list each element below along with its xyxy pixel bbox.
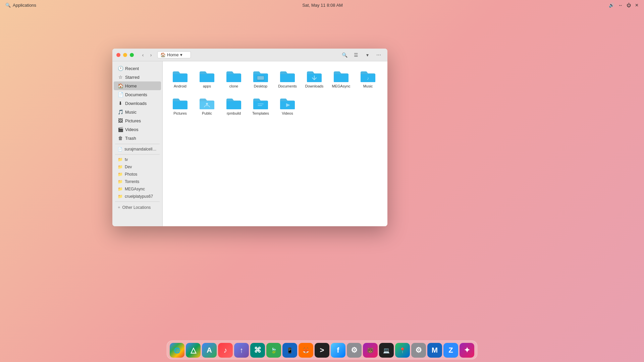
sidebar-item-documents[interactable]: 📄 Documents [114,90,161,99]
sidebar-trash-label: Trash [125,136,157,141]
sidebar-item-videos[interactable]: 🎬 Videos [114,125,161,134]
sidebar-bookmark-cruelplatypus[interactable]: 📁 cruelplatypus67 [114,193,161,200]
dock-icon-app1[interactable]: ⌘ [250,343,265,358]
view-list-button[interactable]: ☰ [351,51,361,59]
power-icon[interactable]: ⏻ [627,3,631,8]
folder-icon-downloads [306,69,322,83]
dock-icon-app3[interactable]: 📱 [282,343,297,358]
minimize-window-button[interactable] [123,53,127,57]
network-icon[interactable]: ↔ [618,3,623,8]
folder-icon-documents [279,69,296,83]
pictures-icon: 🖼 [118,118,123,123]
sidebar-item-downloads[interactable]: ⬇ Downloads [114,99,161,108]
videos-icon: 🎬 [118,127,123,132]
sidebar-documents-label: Documents [125,92,157,97]
sidebar-item-recent[interactable]: 🕐 Recent [114,64,161,73]
search-button[interactable]: 🔍 [340,51,349,59]
sidebar-divider-2 [115,154,160,155]
dock-icon-mail[interactable]: M [427,343,442,358]
sidebar-starred-label: Starred [125,75,157,80]
file-item-apps[interactable]: apps [195,67,219,91]
file-item-clone[interactable]: clone [222,67,246,91]
svg-rect-1 [257,76,264,80]
sidebar-item-trash[interactable]: 🗑 Trash [114,134,161,142]
dock-icon-app7[interactable]: ✦ [460,343,474,358]
file-item-templates[interactable]: Templates [249,94,273,118]
sidebar-bookmark-megasync[interactable]: 📁 MEGAsync [114,185,161,193]
file-pictures-name: Pictures [173,111,187,116]
file-item-music[interactable]: ♪ Music [356,67,380,91]
close-window-button[interactable] [116,53,120,57]
breadcrumb-label: Home [167,52,179,57]
file-templates-name: Templates [252,111,269,116]
sidebar-tv-label: tv [125,157,128,162]
sidebar: 🕐 Recent ☆ Starred 🏠 Home 📄 Documents ⬇ … [112,61,163,226]
chevron-down-icon[interactable]: ▾ [180,52,182,57]
sidebar-bookmark-email[interactable]: 📄 surajmandalcell@gm... [114,145,161,153]
dock-icon-prefs[interactable]: ⚙ [411,343,426,358]
dock-icon-arrow[interactable]: ↑ [234,343,249,358]
volume-icon[interactable]: 🔊 [609,3,614,8]
app-menu-label[interactable]: Applications [13,3,36,8]
file-item-desktop[interactable]: Desktop [249,67,273,91]
dock-icon-chrome[interactable]: 🌐 [170,343,184,358]
sidebar-photos-label: Photos [125,172,137,177]
sidebar-bookmark-tv[interactable]: 📁 tv [114,156,161,163]
file-item-rpmbuild[interactable]: rpmbuild [222,94,246,118]
sidebar-item-music[interactable]: 🎵 Music [114,108,161,116]
sidebar-item-pictures[interactable]: 🖼 Pictures [114,116,161,125]
file-android-name: Android [174,84,186,88]
file-item-videos[interactable]: Videos [275,94,300,118]
sidebar-item-home[interactable]: 🏠 Home [114,81,161,90]
dock-icon-finder[interactable]: f [331,343,345,358]
maximize-window-button[interactable] [130,53,134,57]
file-item-documents[interactable]: Documents [275,67,300,91]
breadcrumb[interactable]: 🏠 Home ▾ [157,51,191,58]
back-button[interactable]: ‹ [139,51,147,59]
sidebar-megasync-label: MEGAsync [125,187,145,191]
dock-icon-zoom[interactable]: Z [443,343,458,358]
file-icon: 📄 [118,147,122,152]
sidebar-dev-label: Dev [125,165,132,169]
sidebar-bookmark-photos[interactable]: 📁 Photos [114,171,161,178]
file-item-android[interactable]: Android [168,67,192,91]
dock-icon-music[interactable]: ♪ [218,343,233,358]
file-desktop-name: Desktop [254,84,267,88]
view-options-button[interactable]: ▾ [363,51,372,59]
dock-icon-app2[interactable]: 🍃 [266,343,281,358]
close-icon[interactable]: ✕ [635,3,639,8]
folder-icon-desktop [253,69,269,83]
dock: 🌐△A♪↑⌘🍃📱🦊>f⚙🐻💻📍⚙MZ✦ [167,341,477,359]
dock-icon-store[interactable]: A [202,343,217,358]
file-item-downloads[interactable]: Downloads [302,67,326,91]
dock-icon-terminal[interactable]: > [315,343,329,358]
file-megasync-name: MEGAsync [332,84,350,88]
app-menu[interactable]: 🔍 Applications [5,3,36,8]
dock-icon-drive[interactable]: △ [186,343,201,358]
more-options-button[interactable]: ⋯ [374,51,383,59]
search-icon: 🔍 [5,3,11,8]
sidebar-item-other-locations[interactable]: + Other Locations [114,203,161,212]
forward-button[interactable]: › [147,51,155,59]
dock-icon-app6[interactable]: 💻 [379,343,394,358]
file-item-megasync[interactable]: MEGAsync [329,67,353,91]
toolbar-right: 🔍 ☰ ▾ ⋯ [340,51,383,59]
folder-icon-cruelplatypus: 📁 [118,194,123,199]
dock-icon-settings[interactable]: ⚙ [347,343,362,358]
system-tray: 🔊 ↔ ⏻ ✕ [609,3,639,8]
sidebar-other-locations-label: Other Locations [122,205,151,210]
file-documents-name: Documents [278,84,297,88]
dock-icon-app5[interactable]: 🐻 [363,343,378,358]
dock-icon-app4[interactable]: 🦊 [299,343,313,358]
dock-icon-maps[interactable]: 📍 [395,343,410,358]
sidebar-bookmark-dev[interactable]: 📁 Dev [114,163,161,171]
sidebar-bookmark-torrents[interactable]: 📁 Torrents [114,178,161,185]
trash-icon: 🗑 [118,135,123,141]
file-item-pictures[interactable]: Pictures [168,94,192,118]
sidebar-videos-label: Videos [125,127,157,132]
sidebar-torrents-label: Torrents [125,179,139,184]
sidebar-downloads-label: Downloads [125,101,157,106]
file-item-public[interactable]: Public [195,94,219,118]
file-videos-name: Videos [282,111,293,116]
sidebar-item-starred[interactable]: ☆ Starred [114,73,161,81]
